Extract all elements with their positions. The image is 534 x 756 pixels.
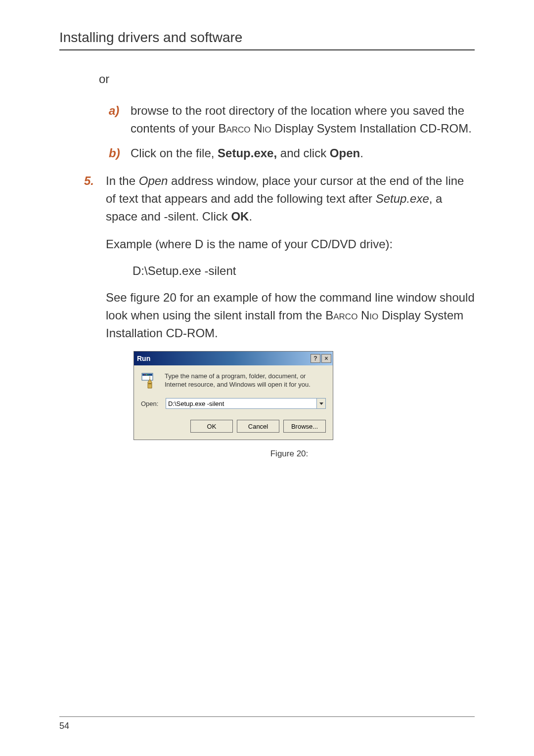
sub-item-a: a) browse to the root directory of the l… xyxy=(109,102,475,137)
dialog-info-text: Type the name of a program, folder, docu… xyxy=(165,372,326,389)
svg-point-4 xyxy=(147,374,148,375)
numbered-list: 5. In the Open address window, place you… xyxy=(84,172,475,225)
num-content-5: In the Open address window, place your c… xyxy=(106,172,475,225)
dialog-info-row: Type the name of a program, folder, docu… xyxy=(141,372,326,390)
chevron-down-icon xyxy=(319,402,323,405)
num-item-5: 5. In the Open address window, place you… xyxy=(84,172,475,225)
num-marker-5: 5. xyxy=(84,172,106,225)
example-command: D:\Setup.exe -silent xyxy=(133,262,475,280)
sub-item-b: b) Click on the file, Setup.exe, and cli… xyxy=(109,144,475,162)
open-label: Open: xyxy=(141,400,161,407)
run-dialog-figure: Run ? × xyxy=(134,351,475,459)
help-button[interactable]: ? xyxy=(311,354,320,363)
run-icon xyxy=(141,372,159,390)
figure-caption: Figure 20: xyxy=(104,449,475,459)
close-button[interactable]: × xyxy=(321,354,331,363)
titlebar: Run ? × xyxy=(134,352,333,365)
svg-point-3 xyxy=(146,374,147,375)
ok-button[interactable]: OK xyxy=(190,420,233,433)
example-intro: Example (where D is the name of your CD/… xyxy=(106,235,475,253)
section-header: Installing drivers and software xyxy=(59,30,475,50)
or-text: or xyxy=(99,70,475,88)
dialog-title: Run xyxy=(137,355,150,362)
footer: 54 xyxy=(59,716,475,731)
open-row: Open: xyxy=(141,398,326,409)
sub-content-a: browse to the root directory of the loca… xyxy=(131,102,475,137)
sub-content-b: Click on the file, Setup.exe, and click … xyxy=(131,144,475,162)
header-title: Installing drivers and software xyxy=(59,30,242,45)
open-input[interactable] xyxy=(166,398,317,409)
browse-button[interactable]: Browse... xyxy=(283,420,326,433)
see-figure-para: See figure 20 for an example of how the … xyxy=(106,289,475,342)
open-combobox[interactable] xyxy=(166,398,326,409)
button-row: OK Cancel Browse... xyxy=(141,420,326,433)
dialog-body: Type the name of a program, folder, docu… xyxy=(134,365,333,440)
combo-dropdown-button[interactable] xyxy=(317,398,326,409)
page-number: 54 xyxy=(59,721,69,731)
svg-rect-5 xyxy=(148,383,151,384)
sub-list: a) browse to the root directory of the l… xyxy=(109,102,475,162)
run-dialog: Run ? × xyxy=(134,351,333,440)
sub-marker-b: b) xyxy=(109,144,131,162)
sub-marker-a: a) xyxy=(109,102,131,137)
svg-point-2 xyxy=(144,374,145,375)
titlebar-buttons: ? × xyxy=(311,354,331,363)
cancel-button[interactable]: Cancel xyxy=(237,420,279,433)
